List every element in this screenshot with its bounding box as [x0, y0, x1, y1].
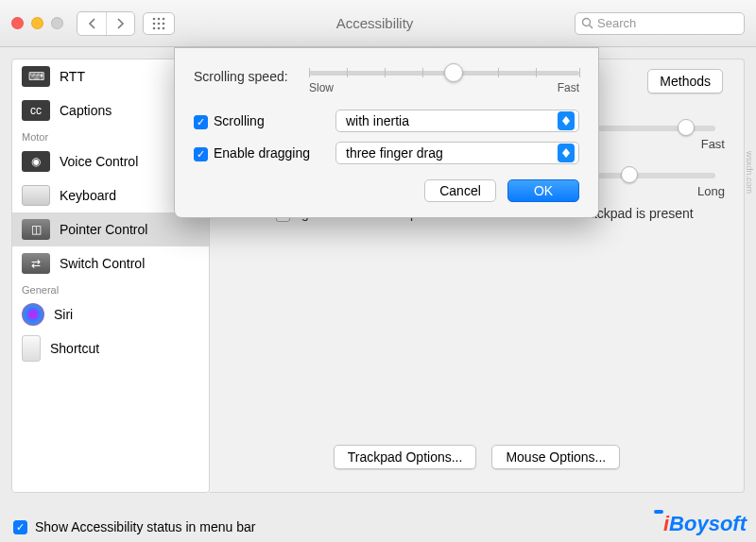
svg-point-3: [153, 22, 156, 25]
sidebar-item-shortcut[interactable]: Shortcut: [12, 331, 209, 365]
svg-point-5: [163, 22, 165, 25]
grid-icon: [152, 17, 165, 30]
captions-icon: cc: [22, 100, 50, 121]
sidebar-label: Shortcut: [50, 341, 99, 356]
chevron-right-icon: [116, 18, 125, 29]
bg-slider-1-end: Fast: [701, 137, 725, 151]
scrolling-mode-value: with inertia: [346, 113, 409, 128]
shortcut-icon: [22, 335, 41, 362]
zoom-window-button: [51, 17, 63, 29]
sidebar-item-switch-control[interactable]: ⇄Switch Control: [12, 246, 209, 280]
watermark-logo: iBoysoft: [654, 510, 747, 536]
sidebar-item-siri[interactable]: Siri: [12, 297, 209, 331]
scrolling-speed-label: Scrolling speed:: [194, 65, 298, 84]
sidebar-label: Captions: [60, 103, 112, 118]
traffic-lights: [11, 17, 63, 29]
svg-point-1: [158, 17, 161, 20]
siri-icon: [22, 303, 44, 326]
sheet-buttons: Cancel OK: [194, 179, 579, 202]
footer-row: ✓ Show Accessibility status in menu bar: [13, 518, 255, 534]
dragging-checkbox[interactable]: ✓: [194, 147, 208, 161]
svg-point-2: [163, 17, 165, 20]
rtt-icon: ⌨: [22, 66, 50, 87]
updown-arrows-icon: [558, 144, 575, 162]
slider-min-label: Slow: [309, 81, 334, 94]
minimize-window-button[interactable]: [31, 17, 43, 29]
voice-control-icon: ◉: [22, 151, 50, 172]
dragging-row: ✓Enable dragging three finger drag: [194, 142, 579, 164]
search-field[interactable]: Search: [575, 12, 745, 35]
nav-back-forward: [77, 11, 135, 36]
svg-point-0: [153, 17, 156, 20]
sidebar-label: Siri: [54, 307, 73, 322]
search-placeholder: Search: [597, 16, 636, 30]
updown-arrows-icon: [558, 111, 575, 130]
sidebar-label: Keyboard: [60, 188, 116, 203]
bg-slider-2-end: Long: [697, 184, 725, 198]
forward-button[interactable]: [106, 12, 134, 35]
scrolling-speed-slider[interactable]: SlowFast: [309, 65, 579, 94]
sidebar-label: Switch Control: [60, 256, 145, 271]
switch-control-icon: ⇄: [22, 253, 50, 274]
cancel-button[interactable]: Cancel: [424, 179, 496, 202]
side-watermark: wsxdn.com: [745, 151, 754, 194]
scrolling-mode-popup[interactable]: with inertia: [335, 110, 579, 132]
sidebar-label: RTT: [60, 69, 85, 84]
dragging-mode-popup[interactable]: three finger drag: [335, 142, 579, 164]
scrolling-checkbox[interactable]: ✓: [194, 115, 208, 129]
slider-max-label: Fast: [558, 81, 579, 94]
svg-point-6: [153, 26, 156, 29]
dragging-mode-value: three finger drag: [346, 145, 443, 161]
svg-line-10: [590, 25, 593, 29]
search-icon: [581, 17, 593, 29]
slider-knob[interactable]: [678, 119, 695, 136]
slider-knob[interactable]: [444, 63, 463, 82]
scrolling-speed-row: Scrolling speed: SlowFast: [194, 65, 579, 94]
pointer-control-icon: ◫: [22, 219, 50, 240]
scrolling-label: Scrolling: [214, 113, 265, 128]
window-title: Accessibility: [182, 15, 567, 31]
svg-point-4: [158, 22, 161, 25]
svg-point-7: [158, 26, 161, 29]
slider-knob[interactable]: [621, 166, 638, 183]
scrolling-row: ✓Scrolling with inertia: [194, 110, 579, 132]
dragging-label: Enable dragging: [214, 145, 310, 161]
keyboard-icon: [22, 185, 50, 206]
sidebar-group-general: General: [12, 280, 209, 297]
chevron-left-icon: [88, 18, 96, 29]
sidebar-label: Voice Control: [60, 154, 138, 169]
ok-button[interactable]: OK: [507, 179, 579, 202]
mouse-options-button[interactable]: Mouse Options...: [491, 445, 620, 469]
back-button[interactable]: [77, 12, 106, 35]
close-window-button[interactable]: [11, 17, 24, 29]
trackpad-options-button[interactable]: Trackpad Options...: [334, 445, 477, 469]
show-all-button[interactable]: [143, 12, 175, 35]
svg-point-9: [583, 19, 591, 26]
sidebar-label: Pointer Control: [60, 222, 147, 237]
methods-button[interactable]: Methods: [647, 69, 723, 93]
trackpad-options-sheet: Scrolling speed: SlowFast ✓Scrolling wit…: [174, 47, 599, 218]
show-status-label: Show Accessibility status in menu bar: [35, 519, 255, 534]
svg-point-8: [163, 26, 165, 29]
show-status-checkbox[interactable]: ✓: [13, 520, 27, 534]
bottom-buttons: Trackpad Options... Mouse Options...: [210, 445, 744, 469]
window-toolbar: Accessibility Search: [0, 0, 756, 47]
